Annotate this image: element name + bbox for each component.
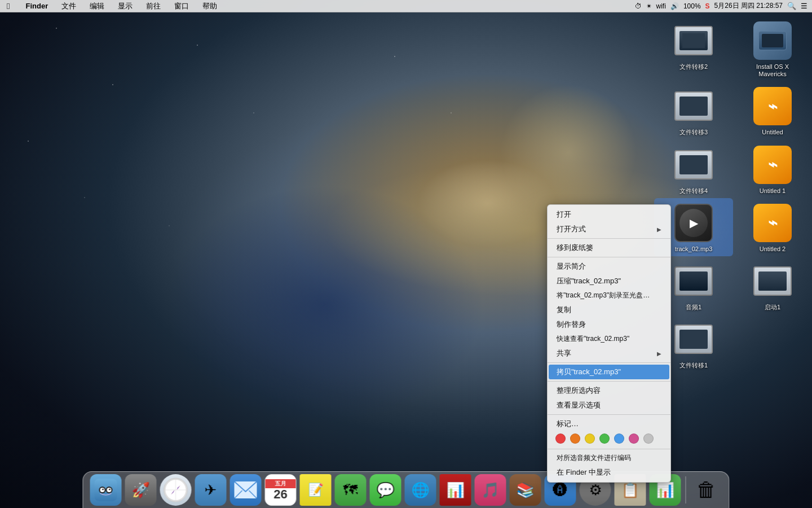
- mail-icon: [230, 474, 262, 506]
- menu-go[interactable]: 前往: [144, 1, 163, 11]
- audio-1-label: 音频1: [686, 304, 701, 311]
- sendletter-icon: ✈: [195, 474, 227, 506]
- datetime[interactable]: 5月26日 周四 21:28:57: [714, 1, 783, 11]
- ctx-burn[interactable]: 将"track_02.mp3"刻录至光盘…: [549, 288, 669, 303]
- menu-file[interactable]: 文件: [59, 1, 78, 11]
- ctx-share-arrow: ▶: [657, 351, 661, 357]
- ctx-label-colors: [548, 431, 670, 447]
- calendar-icon: 五月 26: [265, 474, 297, 506]
- menu-window[interactable]: 窗口: [172, 1, 191, 11]
- label-yellow[interactable]: [585, 433, 595, 444]
- ctx-view-options-label: 查看显示选项: [557, 400, 601, 410]
- trash-icon: 🗑: [691, 474, 722, 506]
- ctx-copy-path[interactable]: 拷贝"track_02.mp3": [549, 365, 669, 379]
- dock-item-launchpad[interactable]: 🚀: [125, 474, 157, 506]
- sound-icon[interactable]: 🔊: [670, 2, 679, 10]
- desktop-icon-startup-1[interactable]: 启动1: [733, 256, 812, 314]
- ctx-info-label: 显示简介: [557, 261, 586, 271]
- dock-item-finder[interactable]: [90, 474, 122, 506]
- dock-item-network[interactable]: 🌐: [405, 474, 436, 506]
- ctx-sep-5: [548, 414, 670, 415]
- ctx-open[interactable]: 打开: [549, 207, 669, 222]
- dock-item-itunes[interactable]: 🎵: [475, 474, 506, 506]
- spotlight-icon[interactable]: 🔍: [787, 2, 796, 10]
- dock-item-maps[interactable]: 🗺: [335, 474, 367, 506]
- label-green[interactable]: [599, 433, 610, 444]
- label-purple[interactable]: [629, 433, 639, 444]
- siri-icon[interactable]: S: [705, 2, 710, 10]
- bluetooth-icon[interactable]: ✴: [646, 2, 652, 10]
- app-name[interactable]: Finder: [23, 2, 50, 10]
- untitled-1-label: Untitled 1: [760, 187, 785, 195]
- desktop-icon-file-transfer-4[interactable]: 文件转移4: [654, 140, 733, 198]
- ctx-share[interactable]: 共享 ▶: [549, 346, 669, 361]
- ctx-trash[interactable]: 移到废纸篓: [549, 240, 669, 255]
- dock-item-red-app[interactable]: 📊: [440, 474, 471, 506]
- file-transfer-2-label: 文件转移2: [679, 63, 708, 71]
- notification-icon[interactable]: ☰: [801, 2, 807, 10]
- ctx-encode[interactable]: 对所选音频文件进行编码: [549, 451, 669, 465]
- label-blue[interactable]: [614, 433, 624, 444]
- desktop:  Finder 文件 编辑 显示 前往 窗口 帮助 ⏱ ✴ wifi 🔊 10…: [0, 0, 812, 508]
- ctx-alias[interactable]: 制作替身: [549, 317, 669, 332]
- untitled-usb-label: Untitled: [762, 129, 783, 136]
- ctx-compress[interactable]: 压缩"track_02.mp3": [549, 274, 669, 288]
- desktop-icon-untitled-usb[interactable]: ⌁ Untitled: [733, 81, 812, 139]
- launchpad-icon: 🚀: [125, 474, 157, 506]
- dock-item-stickies[interactable]: 📝: [300, 474, 332, 506]
- ctx-open-with[interactable]: 打开方式 ▶: [549, 222, 669, 237]
- track-icon: ▶: [673, 203, 714, 243]
- time-machine-icon[interactable]: ⏱: [635, 2, 642, 10]
- label-gray[interactable]: [643, 433, 654, 444]
- install-osx-icon: [752, 20, 793, 61]
- ctx-quicklook[interactable]: 快速查看"track_02.mp3": [549, 332, 669, 346]
- ctx-reveal[interactable]: 在 Finder 中显示: [549, 465, 669, 480]
- dock-item-ibooks[interactable]: 📚: [510, 474, 541, 506]
- menu-view[interactable]: 显示: [116, 1, 135, 11]
- messages-icon: 💬: [370, 474, 401, 506]
- dock-item-calendar[interactable]: 五月 26: [265, 474, 297, 506]
- file-transfer-3-label: 文件转移3: [679, 129, 708, 136]
- dock-item-safari[interactable]: [160, 474, 192, 506]
- desktop-icon-install-osx[interactable]: Install OS X Mavericks: [733, 16, 812, 81]
- desktop-icon-file-transfer-2[interactable]: 文件转移2: [654, 16, 733, 81]
- itunes-icon: 🎵: [475, 474, 506, 506]
- untitled-2-icon: ⌁: [752, 203, 793, 243]
- ctx-sep-1: [548, 238, 670, 239]
- ctx-open-with-label: 打开方式: [557, 224, 586, 234]
- dock-item-sendletter[interactable]: ✈: [195, 474, 227, 506]
- ctx-view-options[interactable]: 查看显示选项: [549, 398, 669, 413]
- ctx-duplicate[interactable]: 复制: [549, 303, 669, 317]
- ctx-sep-3: [548, 362, 670, 363]
- menu-edit[interactable]: 编辑: [87, 1, 107, 11]
- file-transfer-1-label: 文件转移1: [679, 362, 708, 369]
- apple-menu[interactable]: : [5, 1, 12, 11]
- desktop-icons: 文件转移2 Install OS X Mavericks: [654, 16, 812, 373]
- menubar-left:  Finder 文件 编辑 显示 前往 窗口 帮助: [5, 1, 219, 11]
- finder-icon: [90, 474, 122, 506]
- ctx-info[interactable]: 显示简介: [549, 259, 669, 274]
- wifi-icon[interactable]: wifi: [656, 2, 666, 10]
- untitled-1-icon: ⌁: [752, 144, 793, 185]
- ctx-copy-path-label: 拷贝"track_02.mp3": [557, 367, 621, 377]
- file-transfer-4-label: 文件转移4: [679, 187, 708, 195]
- ctx-burn-label: 将"track_02.mp3"刻录至光盘…: [557, 291, 650, 300]
- ctx-sep-6: [548, 449, 670, 449]
- desktop-icon-file-transfer-3[interactable]: 文件转移3: [654, 81, 733, 139]
- ctx-tags[interactable]: 标记…: [549, 417, 669, 431]
- menu-help[interactable]: 帮助: [200, 1, 219, 11]
- install-osx-label: Install OS X Mavericks: [756, 63, 789, 78]
- dock-item-mail[interactable]: [230, 474, 262, 506]
- dock-item-trash[interactable]: 🗑: [691, 474, 722, 506]
- battery-status[interactable]: 100%: [683, 2, 701, 10]
- desktop-icon-untitled-2[interactable]: ⌁ Untitled 2: [733, 198, 812, 256]
- ctx-arrange[interactable]: 整理所选内容: [549, 383, 669, 398]
- label-red[interactable]: [555, 433, 566, 444]
- untitled-usb-icon: ⌁: [752, 86, 793, 126]
- dock-item-messages[interactable]: 💬: [370, 474, 401, 506]
- label-orange[interactable]: [570, 433, 580, 444]
- desktop-icon-untitled-1[interactable]: ⌁ Untitled 1: [733, 140, 812, 198]
- network-icon: 🌐: [405, 474, 436, 506]
- maps-icon: 🗺: [335, 474, 367, 506]
- context-menu: 打开 打开方式 ▶ 移到废纸篓 显示简介 压缩"track_02.mp3" 将"…: [547, 204, 671, 483]
